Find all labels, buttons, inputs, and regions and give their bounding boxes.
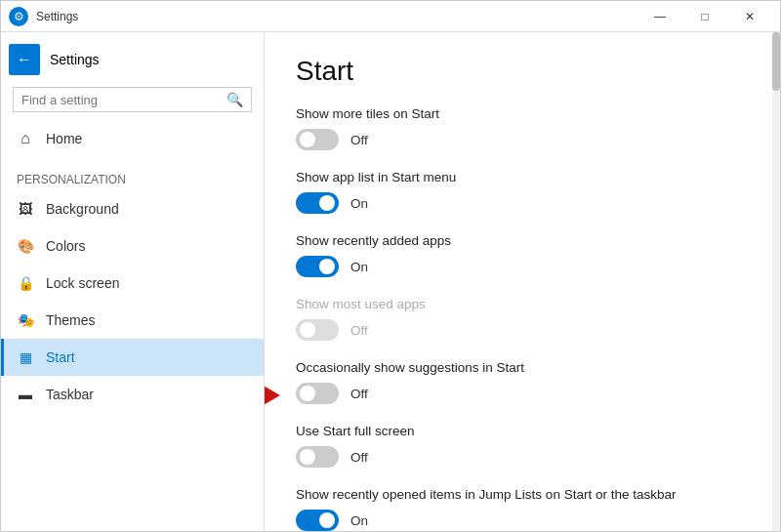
lock-screen-label: Lock screen xyxy=(46,275,119,291)
maximize-button[interactable]: □ xyxy=(682,1,727,32)
setting-show-app-list-row: On xyxy=(296,192,749,214)
back-button[interactable]: ← xyxy=(9,44,40,75)
background-icon: 🖼 xyxy=(17,200,34,218)
titlebar: ⚙ Settings — □ ✕ xyxy=(1,1,780,32)
setting-show-most-used: Show most used apps Off xyxy=(296,297,749,341)
setting-show-more-tiles-row: Off xyxy=(296,129,749,150)
toggle-knob xyxy=(319,259,335,274)
toggle-show-more-tiles[interactable] xyxy=(296,129,339,150)
toggle-knob xyxy=(300,132,315,147)
toggle-knob xyxy=(300,386,315,401)
home-label: Home xyxy=(46,131,82,146)
setting-show-recently-added-row: On xyxy=(296,256,749,277)
colors-icon: 🎨 xyxy=(17,237,34,255)
toggle-show-recently-added[interactable] xyxy=(296,256,339,277)
setting-full-screen-label: Use Start full screen xyxy=(296,424,749,438)
settings-window: ⚙ Settings — □ ✕ ← Settings 🔍 ⌂ Home xyxy=(0,0,781,532)
toggle-show-suggestions-state: Off xyxy=(350,387,368,401)
start-icon: ▦ xyxy=(17,348,34,366)
sidebar-item-background[interactable]: 🖼 Background xyxy=(1,190,264,227)
setting-show-most-used-label: Show most used apps xyxy=(296,297,749,311)
toggle-show-app-list-state: On xyxy=(350,196,368,211)
personalization-section-label: Personalization xyxy=(1,157,264,190)
toggle-knob xyxy=(300,449,315,465)
toggle-show-most-used xyxy=(296,319,339,341)
window-controls: — □ ✕ xyxy=(637,1,772,32)
toggle-recently-opened-state: On xyxy=(350,513,368,528)
lock-icon: 🔒 xyxy=(17,274,34,292)
setting-recently-opened: Show recently opened items in Jump Lists… xyxy=(296,487,749,531)
toggle-recently-opened[interactable] xyxy=(296,510,339,531)
toggle-full-screen[interactable] xyxy=(296,446,339,468)
setting-show-app-list-label: Show app list in Start menu xyxy=(296,170,749,184)
toggle-show-recently-added-state: On xyxy=(350,260,368,274)
search-box[interactable]: 🔍 xyxy=(13,87,252,112)
sidebar-item-home[interactable]: ⌂ Home xyxy=(1,120,264,157)
start-label: Start xyxy=(46,349,75,365)
sidebar-app-title: Settings xyxy=(50,52,100,67)
sidebar-item-start[interactable]: ▦ Start xyxy=(1,339,264,376)
page-title: Start xyxy=(296,56,749,87)
toggle-knob xyxy=(319,195,335,211)
main-content: Start Show more tiles on Start Off Show … xyxy=(265,32,780,531)
search-input[interactable] xyxy=(21,93,219,107)
sidebar-item-taskbar[interactable]: ▬ Taskbar xyxy=(1,376,264,413)
app-icon-symbol: ⚙ xyxy=(14,10,24,23)
taskbar-label: Taskbar xyxy=(46,387,94,402)
setting-show-suggestions-row: Off xyxy=(296,383,749,404)
setting-show-app-list: Show app list in Start menu On xyxy=(296,170,749,214)
arrow-head xyxy=(265,382,280,409)
setting-show-recently-added: Show recently added apps On xyxy=(296,233,749,277)
sidebar-item-lock-screen[interactable]: 🔒 Lock screen xyxy=(1,265,264,302)
themes-icon: 🎭 xyxy=(17,311,34,329)
close-button[interactable]: ✕ xyxy=(727,1,772,32)
setting-show-recently-added-label: Show recently added apps xyxy=(296,233,749,248)
sidebar-item-themes[interactable]: 🎭 Themes xyxy=(1,302,264,339)
setting-full-screen: Use Start full screen Off xyxy=(296,424,749,468)
home-icon: ⌂ xyxy=(17,130,34,147)
toggle-knob xyxy=(319,512,335,528)
colors-label: Colors xyxy=(46,238,85,254)
background-label: Background xyxy=(46,201,119,217)
taskbar-icon: ▬ xyxy=(17,386,34,403)
setting-recently-opened-row: On xyxy=(296,510,749,531)
main-layout: ← Settings 🔍 ⌂ Home Personalization 🖼 Ba… xyxy=(1,32,780,531)
toggle-show-suggestions[interactable] xyxy=(296,383,339,404)
toggle-full-screen-state: Off xyxy=(350,450,368,465)
red-arrow xyxy=(265,382,280,409)
scrollbar-track[interactable] xyxy=(772,32,780,531)
minimize-button[interactable]: — xyxy=(637,1,682,32)
scrollbar-thumb[interactable] xyxy=(772,32,780,91)
toggle-show-more-tiles-state: Off xyxy=(350,133,368,147)
setting-show-suggestions-label: Occasionally show suggestions in Start xyxy=(296,360,749,375)
setting-show-more-tiles: Show more tiles on Start Off xyxy=(296,106,749,150)
setting-show-suggestions: Occasionally show suggestions in Start O… xyxy=(296,360,749,404)
sidebar: ← Settings 🔍 ⌂ Home Personalization 🖼 Ba… xyxy=(1,32,265,531)
sidebar-item-colors[interactable]: 🎨 Colors xyxy=(1,227,264,265)
setting-show-more-tiles-label: Show more tiles on Start xyxy=(296,106,749,121)
setting-recently-opened-label: Show recently opened items in Jump Lists… xyxy=(296,487,749,502)
toggle-show-most-used-state: Off xyxy=(350,323,368,338)
themes-label: Themes xyxy=(46,312,96,328)
window-title: Settings xyxy=(36,10,637,23)
search-icon: 🔍 xyxy=(226,92,243,107)
setting-show-most-used-row: Off xyxy=(296,319,749,341)
setting-full-screen-row: Off xyxy=(296,446,749,468)
app-icon: ⚙ xyxy=(9,7,28,26)
toggle-knob xyxy=(300,322,315,338)
toggle-show-app-list[interactable] xyxy=(296,192,339,214)
